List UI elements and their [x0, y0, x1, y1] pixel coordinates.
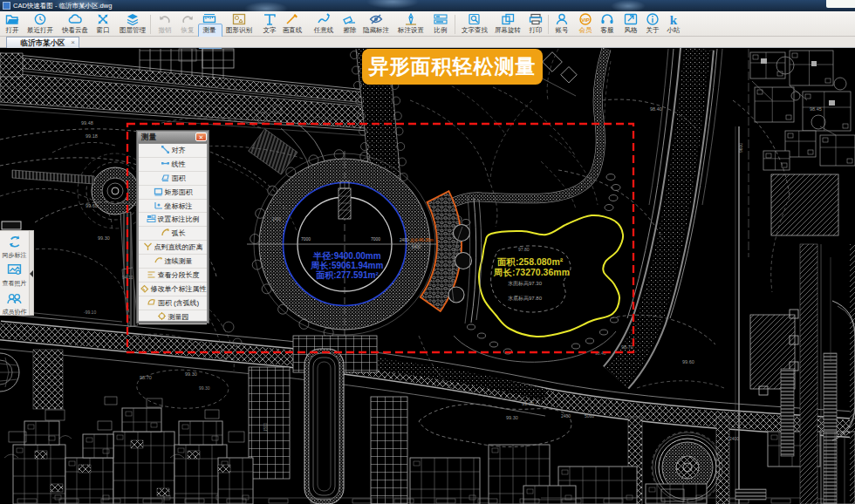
svg-text:9600: 9600	[738, 143, 743, 153]
svg-text:半径:9400.00mm: 半径:9400.00mm	[312, 251, 380, 261]
svg-text:98.45: 98.45	[810, 106, 822, 112]
svg-text:周长:59061.94mm: 周长:59061.94mm	[311, 261, 384, 270]
svg-text:99.00: 99.00	[522, 401, 534, 406]
svg-text:2400: 2400	[272, 217, 282, 221]
svg-text:6400: 6400	[412, 245, 421, 249]
svg-text:面积:277.591m²: 面积:277.591m²	[316, 270, 379, 280]
svg-text:99.30: 99.30	[98, 235, 110, 241]
svg-text:99.30: 99.30	[506, 415, 518, 420]
svg-text:99.30: 99.30	[199, 385, 210, 391]
svg-text:99.60: 99.60	[86, 203, 98, 208]
svg-text:97.80: 97.80	[518, 247, 530, 252]
svg-text:1500: 1500	[263, 422, 268, 432]
svg-text:总长46.35m: 总长46.35m	[410, 237, 434, 242]
svg-text:99.30: 99.30	[185, 371, 197, 377]
svg-text:2400: 2400	[729, 436, 739, 441]
svg-text:7000: 7000	[301, 236, 311, 242]
svg-text:-99.10: -99.10	[84, 310, 96, 315]
svg-text:98.40: 98.40	[650, 106, 662, 112]
svg-text:2400: 2400	[561, 413, 571, 419]
svg-text:5060: 5060	[585, 413, 594, 419]
svg-text:7000: 7000	[371, 236, 380, 242]
svg-text:面积:258.080m²: 面积:258.080m²	[496, 256, 564, 267]
svg-text:周长:73270.36mm: 周长:73270.36mm	[493, 267, 570, 277]
svg-text:水面标高97.30: 水面标高97.30	[508, 280, 543, 287]
svg-text:98.70: 98.70	[140, 375, 152, 380]
svg-text:99.60: 99.60	[682, 359, 694, 364]
svg-text:98.70: 98.70	[621, 344, 633, 350]
svg-text:水底标高97.80: 水底标高97.80	[508, 295, 543, 302]
svg-text:2400: 2400	[400, 238, 409, 242]
svg-text:99.18: 99.18	[86, 133, 98, 139]
svg-text:k: k	[670, 13, 678, 25]
svg-text:99.48: 99.48	[81, 120, 93, 126]
